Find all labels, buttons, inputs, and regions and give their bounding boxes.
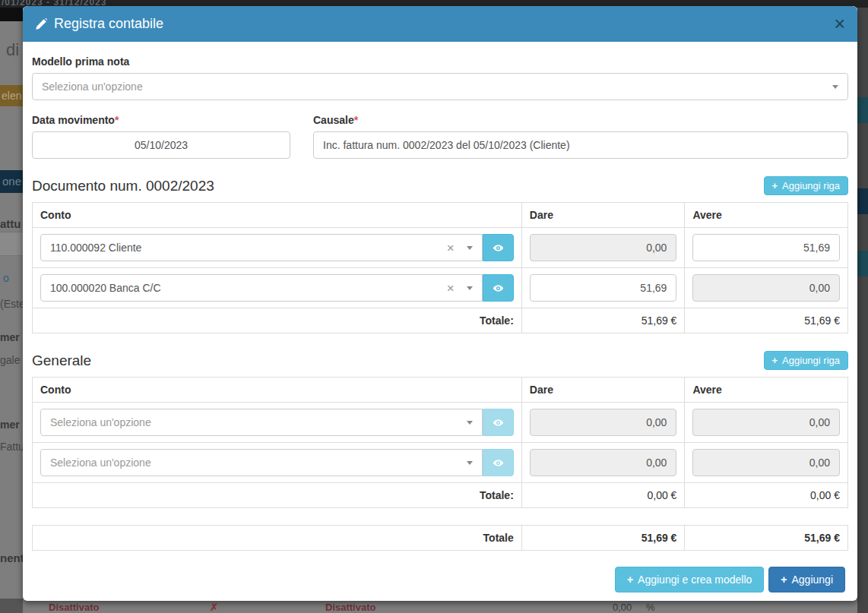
generale-section-header: Generale + Aggiungi riga — [32, 351, 848, 370]
avere-input — [692, 274, 840, 302]
plus-icon: + — [772, 355, 778, 366]
data-movimento-input[interactable] — [32, 131, 290, 159]
background-block — [0, 8, 23, 21]
modal-footer: + Aggiungi e crea modello + Aggiungi — [32, 567, 848, 592]
generale-total-dare: 0,00 € — [521, 483, 685, 508]
clear-icon[interactable]: × — [447, 282, 455, 295]
conto-select[interactable]: 110.000092 Cliente × — [40, 234, 483, 261]
grand-total-avere: 51,69 € — [685, 526, 848, 551]
documento-header-row: Conto Dare Avere — [33, 203, 848, 228]
pencil-icon — [35, 18, 47, 30]
background-text-fragment: nent — [0, 551, 24, 564]
required-asterisk: * — [115, 114, 119, 126]
eye-button[interactable] — [483, 234, 514, 261]
dare-input[interactable] — [530, 274, 677, 302]
dare-input — [530, 449, 677, 476]
documento-total-dare: 51,69 € — [521, 308, 685, 333]
background-warning-button-fragment: elen — [0, 85, 23, 106]
documento-total-row: Totale: 51,69 € 51,69 € — [33, 308, 848, 333]
avere-input — [692, 449, 840, 476]
eye-icon — [493, 457, 504, 469]
close-button[interactable]: × — [834, 14, 845, 33]
avere-input[interactable] — [692, 234, 840, 261]
select-placeholder: Seleziona un'opzione — [42, 81, 832, 93]
eye-icon — [493, 417, 504, 428]
background-percent-text: % — [646, 602, 655, 613]
background-text-fragment: di — [6, 40, 19, 60]
conto-select[interactable]: Seleziona un'opzione — [40, 409, 483, 436]
causale-label: Causale* — [313, 114, 848, 126]
modal-body: Modello prima nota Seleziona un'opzione … — [23, 42, 857, 596]
generale-total-row: Totale: 0,00 € 0,00 € — [33, 483, 848, 508]
documento-add-row-button[interactable]: + Aggiungi riga — [764, 176, 848, 195]
background-status-text: Disattivato — [325, 602, 375, 613]
background-link-fragment: o — [3, 272, 9, 284]
chevron-down-icon — [467, 246, 473, 250]
generale-row-2: Seleziona un'opzione — [33, 443, 848, 483]
background-text-fragment: (Este — [0, 298, 25, 310]
chevron-down-icon — [832, 85, 838, 89]
conto-select-value: 100.000020 Banca C/C — [50, 282, 447, 294]
grand-total-dare: 51,69 € — [521, 526, 685, 551]
data-movimento-label: Data movimento* — [32, 114, 290, 126]
background-text-fragment: mer — [0, 419, 20, 431]
conto-select-placeholder: Seleziona un'opzione — [50, 416, 467, 428]
background-text-fragment: mer — [0, 331, 20, 343]
conto-select[interactable]: 100.000020 Banca C/C × — [40, 274, 483, 302]
documento-total-label: Totale: — [33, 308, 522, 333]
background-status-text: Disattivato — [49, 602, 99, 613]
dare-column-header: Dare — [521, 378, 685, 403]
plus-icon: + — [781, 574, 787, 586]
modello-prima-nota-label: Modello prima nota — [32, 55, 848, 68]
grand-total-table: Totale 51,69 € 51,69 € — [32, 525, 848, 551]
generale-row-1: Seleziona un'opzione — [33, 403, 848, 443]
registra-contabile-modal: Registra contabile × Modello prima nota … — [23, 6, 857, 601]
conto-select-placeholder: Seleziona un'opzione — [50, 457, 467, 469]
eye-icon — [493, 242, 504, 254]
date-causale-row: Data movimento* Causale* — [32, 114, 848, 159]
causale-input[interactable] — [313, 131, 848, 159]
dare-input — [530, 234, 677, 261]
chevron-down-icon — [467, 421, 473, 425]
eye-button — [483, 449, 514, 476]
grand-total-label: Totale — [33, 526, 522, 551]
eye-button — [483, 409, 514, 436]
required-asterisk: * — [354, 114, 358, 126]
conto-select-value: 110.000092 Cliente — [50, 242, 447, 254]
generale-table: Conto Dare Avere Seleziona un'opzione — [32, 377, 848, 508]
modal-title-text: Registra contabile — [54, 16, 163, 32]
background-x-icon: ✗ — [210, 602, 218, 613]
background-button-fragment: one — [0, 170, 23, 193]
clear-icon[interactable]: × — [447, 242, 455, 254]
background-text-fragment: gale — [0, 354, 20, 366]
dare-column-header: Dare — [521, 203, 685, 228]
avere-column-header: Avere — [685, 378, 848, 403]
documento-row-1: 110.000092 Cliente × — [33, 228, 848, 268]
documento-section-title: Documento num. 0002/2023 — [32, 178, 214, 194]
aggiungi-e-crea-modello-button[interactable]: + Aggiungi e crea modello — [615, 567, 764, 592]
background-button-fragment — [857, 97, 868, 123]
chevron-down-icon — [467, 461, 473, 465]
conto-select[interactable]: Seleziona un'opzione — [40, 449, 483, 476]
plus-icon: + — [772, 180, 778, 191]
documento-total-avere: 51,69 € — [685, 308, 848, 333]
generale-total-label: Totale: — [33, 483, 522, 508]
documento-section-header: Documento num. 0002/2023 + Aggiungi riga — [32, 176, 848, 195]
chevron-down-icon — [467, 286, 473, 290]
modello-prima-nota-select[interactable]: Seleziona un'opzione — [32, 73, 848, 100]
documento-row-2: 100.000020 Banca C/C × — [33, 268, 848, 308]
generale-add-row-button[interactable]: + Aggiungi riga — [764, 351, 848, 370]
background-button-fragment — [857, 188, 868, 214]
plus-icon: + — [627, 574, 633, 586]
background-button-fragment — [857, 251, 868, 276]
eye-button[interactable] — [483, 274, 514, 302]
aggiungi-button[interactable]: + Aggiungi — [768, 567, 845, 592]
background-text-fragment: Fattu — [0, 441, 24, 453]
generale-section-title: Generale — [32, 352, 91, 369]
background-text-fragment: attu — [0, 217, 21, 230]
grand-total-row: Totale 51,69 € 51,69 € — [33, 526, 848, 551]
conto-column-header: Conto — [33, 378, 522, 403]
avere-column-header: Avere — [685, 203, 848, 228]
eye-icon — [493, 283, 504, 294]
background-input-fragment — [0, 232, 23, 256]
